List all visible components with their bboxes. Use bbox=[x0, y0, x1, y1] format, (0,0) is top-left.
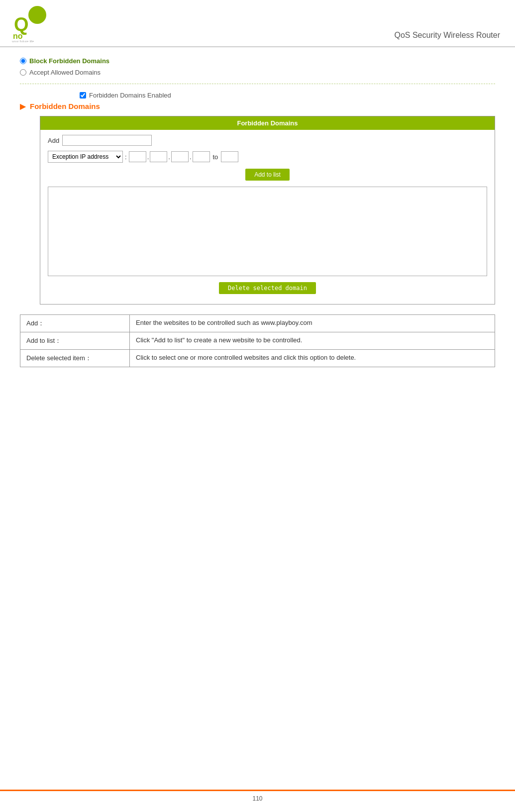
description-table-body: Add： Enter the websites to be controlled… bbox=[20, 315, 495, 367]
page-title: QoS Security Wireless Router bbox=[394, 31, 500, 42]
desc-value-3: Click to select one or more controlled w… bbox=[130, 350, 495, 367]
section-divider bbox=[20, 84, 495, 84]
ip-colon: : bbox=[125, 153, 127, 161]
forbidden-enabled-label: Forbidden Domains Enabled bbox=[89, 92, 171, 99]
enabled-row: Forbidden Domains Enabled bbox=[80, 92, 495, 99]
ip-row: Exception IP address Source IP address D… bbox=[48, 151, 487, 163]
delete-selected-button[interactable]: Delete selected domain bbox=[219, 282, 316, 294]
ip-octet-2[interactable]: 0 bbox=[150, 151, 167, 162]
desc-term-2: Add to list： bbox=[20, 332, 130, 350]
forbidden-icon: ▶ bbox=[20, 102, 26, 111]
ip-dot-2: . bbox=[168, 153, 170, 161]
svg-point-0 bbox=[28, 6, 46, 24]
forbidden-title-row: ▶ Forbidden Domains bbox=[20, 102, 495, 111]
ip-to-input[interactable]: 0 bbox=[221, 151, 238, 162]
table-row: Add to list： Click "Add to list" to crea… bbox=[20, 332, 495, 350]
accept-allowed-radio[interactable] bbox=[20, 69, 26, 76]
add-label: Add bbox=[48, 137, 59, 144]
domain-table-body: Add Exception IP address Source IP addre… bbox=[40, 130, 495, 304]
add-domain-input[interactable] bbox=[62, 135, 152, 146]
ip-octet-3[interactable]: 0 bbox=[171, 151, 189, 162]
block-forbidden-label: Block Forbidden Domains bbox=[29, 57, 109, 65]
add-to-list-row: Add to list bbox=[48, 169, 487, 181]
forbidden-section: Forbidden Domains Enabled ▶ Forbidden Do… bbox=[20, 92, 495, 304]
domain-table-container: Forbidden Domains Add Exception IP addre… bbox=[40, 116, 495, 304]
desc-value-1: Enter the websites to be controlled such… bbox=[130, 315, 495, 332]
desc-value-2: Click "Add to list" to create a new webs… bbox=[130, 332, 495, 350]
delete-row: Delete selected domain bbox=[48, 282, 487, 294]
desc-term-1: Add： bbox=[20, 315, 130, 332]
add-to-list-button[interactable]: Add to list bbox=[245, 169, 290, 181]
block-forbidden-option[interactable]: Block Forbidden Domains bbox=[20, 57, 495, 65]
desc-term-3: Delete selected item： bbox=[20, 350, 130, 367]
svg-text:no: no bbox=[13, 32, 23, 40]
ip-type-select[interactable]: Exception IP address Source IP address D… bbox=[48, 151, 122, 162]
description-table: Add： Enter the websites to be controlled… bbox=[20, 314, 495, 367]
page-header: Q no your future life QoS Security Wirel… bbox=[0, 0, 515, 47]
page-number: 110 bbox=[252, 795, 262, 802]
ip-dot-1: . bbox=[147, 153, 149, 161]
table-row: Add： Enter the websites to be controlled… bbox=[20, 315, 495, 332]
ip-to-label: to bbox=[213, 153, 218, 161]
svg-text:your future life: your future life bbox=[12, 40, 34, 42]
accept-allowed-option[interactable]: Accept Allowed Domains bbox=[20, 69, 495, 76]
domain-list-area[interactable] bbox=[48, 187, 487, 276]
logo-container: Q no your future life bbox=[10, 5, 47, 42]
forbidden-title: Forbidden Domains bbox=[30, 102, 100, 110]
block-forbidden-radio[interactable] bbox=[20, 58, 26, 64]
forbidden-enabled-checkbox[interactable] bbox=[80, 92, 86, 99]
ip-octet-1[interactable]: 0 bbox=[129, 151, 146, 162]
accept-allowed-label: Accept Allowed Domains bbox=[29, 69, 101, 76]
qno-logo: Q no your future life bbox=[10, 5, 47, 42]
ip-select-wrapper: Exception IP address Source IP address D… bbox=[48, 151, 123, 163]
page-footer: 110 bbox=[0, 790, 515, 802]
ip-octet-4[interactable]: 0 bbox=[193, 151, 210, 162]
ip-dot-3: . bbox=[190, 153, 192, 161]
main-content: Block Forbidden Domains Accept Allowed D… bbox=[0, 47, 515, 377]
add-row: Add bbox=[48, 135, 487, 146]
domain-mode-group: Block Forbidden Domains Accept Allowed D… bbox=[20, 57, 495, 76]
table-row: Delete selected item： Click to select on… bbox=[20, 350, 495, 367]
domain-table-header: Forbidden Domains bbox=[40, 116, 495, 130]
